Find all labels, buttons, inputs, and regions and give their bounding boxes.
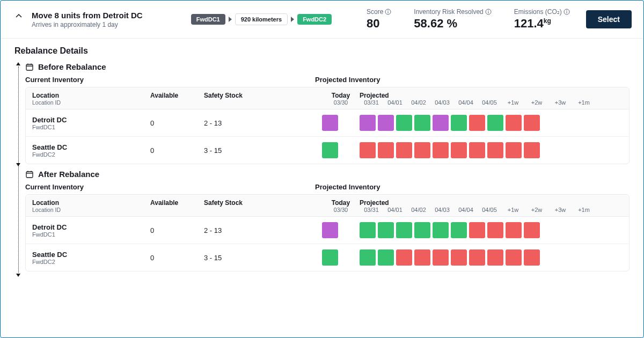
phase-heading: After Rebalance (25, 170, 630, 179)
table-row: Seattle DCFwdDC203 - 15 (26, 244, 629, 271)
date-header: 04/05 (478, 99, 501, 106)
date-header: 04/03 (430, 99, 454, 106)
date-header: 04/04 (454, 99, 478, 106)
today-cell (322, 249, 338, 266)
date-header: +3w (548, 99, 572, 106)
projected-inventory-heading: Projected Inventory (315, 183, 380, 191)
location-id: FwdDC2 (32, 259, 150, 265)
projection-cell (433, 222, 449, 238)
projection-cell (506, 222, 522, 238)
table-header: LocationLocation IDAvailableSafety Stock… (26, 87, 629, 109)
recommendation-header: Move 8 units from Detroit DC Arrives in … (1, 1, 643, 39)
date-header: +1w (501, 207, 525, 213)
projection-cell (487, 222, 503, 238)
route-to-pill: FwdDC2 (297, 14, 332, 25)
eta-text: Arrives in approximately 1 day (32, 21, 143, 28)
projection-cell (506, 249, 522, 266)
table-header: LocationLocation IDAvailableSafety Stock… (26, 195, 629, 217)
date-header: 04/01 (383, 99, 407, 106)
metric-emissions-value: 121.4kg (514, 17, 570, 31)
svg-point-8 (566, 10, 567, 11)
location-id: FwdDC1 (32, 231, 150, 238)
projected-inventory-heading: Projected Inventory (315, 76, 380, 84)
safety-stock-value: 3 - 15 (204, 254, 279, 262)
location-name: Detroit DC (32, 116, 150, 124)
projection-cell (433, 142, 449, 158)
projection-cell (506, 142, 522, 158)
available-value: 0 (150, 226, 204, 234)
available-value: 0 (150, 119, 204, 127)
select-button[interactable]: Select (586, 10, 632, 28)
today-cell (322, 142, 338, 158)
svg-point-2 (388, 10, 389, 11)
date-header: 04/03 (430, 207, 454, 213)
calendar-icon (25, 170, 34, 179)
projection-cell (360, 142, 376, 158)
date-header: 03/31 (360, 207, 383, 213)
calendar-icon (25, 63, 34, 71)
location-name: Detroit DC (32, 223, 150, 231)
today-cell (322, 222, 338, 238)
projection-cell (469, 249, 485, 266)
projection-cell (396, 142, 412, 158)
info-icon[interactable] (485, 9, 492, 15)
projection-cell (378, 115, 394, 131)
date-header: +1m (572, 207, 596, 213)
date-header: +1m (572, 99, 596, 106)
projection-cell (433, 115, 449, 131)
svg-point-5 (488, 10, 488, 11)
info-icon[interactable] (564, 9, 570, 15)
projection-cell (433, 249, 449, 266)
projection-cell (360, 115, 376, 131)
safety-stock-value: 2 - 13 (204, 226, 279, 234)
projection-cell (396, 249, 412, 266)
route-display: FwdDC1 920 kilometers FwdDC2 (191, 13, 332, 25)
projection-cell (524, 115, 540, 131)
date-header: +2w (525, 99, 548, 106)
metric-emissions-label: Emissions (CO₂) (514, 8, 562, 16)
location-name: Seattle DC (32, 251, 150, 259)
projection-cell (360, 222, 376, 238)
projection-cell (451, 115, 467, 131)
date-header: +3w (548, 207, 572, 213)
projection-cell (414, 115, 430, 131)
table-row: Detroit DCFwdDC102 - 13 (26, 217, 629, 244)
date-header: 04/01 (383, 207, 407, 213)
metric-risk-value: 58.62 % (414, 17, 491, 31)
inventory-table: LocationLocation IDAvailableSafety Stock… (25, 194, 630, 271)
projection-cell (414, 249, 430, 266)
location-name: Seattle DC (32, 143, 150, 151)
projection-cell (451, 222, 467, 238)
date-header: +2w (525, 207, 548, 213)
route-distance-pill: 920 kilometers (235, 13, 288, 25)
projection-cell (360, 249, 376, 266)
projection-cell (506, 115, 522, 131)
info-icon[interactable] (385, 9, 391, 15)
caret-right-icon (229, 17, 232, 22)
projection-cell (378, 222, 394, 238)
metric-risk-label: Inventory Risk Resolved (414, 8, 483, 16)
today-cell (322, 115, 338, 131)
route-from-pill: FwdDC1 (191, 14, 225, 25)
projection-cell (487, 115, 503, 131)
date-header: 04/04 (454, 207, 478, 213)
metric-risk: Inventory Risk Resolved 58.62 % (414, 8, 491, 31)
section-title: Rebalance Details (14, 46, 630, 56)
metric-score-value: 80 (367, 17, 391, 31)
date-header: 03/31 (360, 99, 383, 106)
available-value: 0 (150, 146, 204, 155)
projection-cell (524, 142, 540, 158)
caret-right-icon (291, 17, 294, 22)
collapse-chevron-icon[interactable] (16, 13, 22, 19)
projection-cell (451, 142, 467, 158)
current-inventory-heading: Current Inventory (25, 183, 315, 191)
safety-stock-value: 3 - 15 (204, 146, 279, 155)
projection-cell (487, 249, 503, 266)
current-inventory-heading: Current Inventory (25, 76, 315, 84)
recommendation-title: Move 8 units from Detroit DC (32, 11, 143, 20)
metric-score: Score 80 (367, 8, 391, 31)
table-row: Detroit DCFwdDC102 - 13 (26, 109, 629, 137)
safety-stock-value: 2 - 13 (204, 119, 279, 127)
location-id: FwdDC2 (32, 151, 150, 158)
projection-cell (378, 142, 394, 158)
